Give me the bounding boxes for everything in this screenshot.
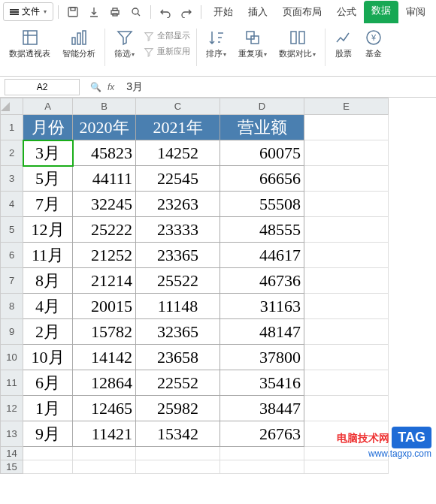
cell[interactable]: 45823 [73, 140, 136, 166]
sort-button[interactable]: 排序▾ [200, 29, 232, 59]
row-header[interactable]: 5 [1, 217, 23, 243]
cell[interactable]: 25982 [136, 396, 220, 421]
cell[interactable]: 46736 [220, 268, 304, 294]
cell[interactable]: 20015 [73, 294, 136, 319]
cell[interactable] [304, 345, 389, 370]
cell[interactable]: 7月 [23, 192, 73, 217]
col-header-D[interactable]: D [220, 98, 304, 115]
cell[interactable]: 11148 [136, 294, 220, 319]
cell[interactable]: 11月 [23, 243, 73, 268]
tab-insert[interactable]: 插入 [241, 1, 275, 23]
tab-data[interactable]: 数据 [364, 1, 398, 23]
fx-label[interactable]: fx [107, 82, 114, 92]
col-header-A[interactable]: A [23, 98, 73, 115]
col-header-C[interactable]: C [136, 98, 220, 115]
spreadsheet[interactable]: A B C D E 1 月份 2020年 2021年 营业额 2 3月 4582… [0, 98, 389, 474]
row-header[interactable]: 10 [1, 345, 23, 370]
filter-button[interactable]: 筛选▾ [108, 29, 141, 59]
row-header[interactable]: 6 [1, 243, 23, 268]
cell[interactable]: 44617 [220, 243, 304, 268]
pivot-button[interactable]: 数据透视表 [3, 29, 56, 59]
cell[interactable]: 6月 [23, 370, 73, 396]
cell[interactable]: 22552 [136, 370, 220, 396]
cell[interactable] [304, 243, 389, 268]
cell[interactable]: 4月 [23, 294, 73, 319]
row-header[interactable]: 3 [1, 166, 23, 192]
fund-button[interactable]: ¥ 基金 [359, 29, 389, 59]
cell[interactable]: 15782 [73, 319, 136, 345]
cell[interactable]: 23365 [136, 243, 220, 268]
cell[interactable]: 31163 [220, 294, 304, 319]
col-header-B[interactable]: B [73, 98, 136, 115]
name-box[interactable]: A2 [5, 79, 80, 95]
cell[interactable]: 55508 [220, 192, 304, 217]
row-header[interactable]: 14 [1, 447, 23, 460]
undo-icon[interactable] [156, 2, 175, 22]
preview-icon[interactable] [126, 2, 146, 22]
cell[interactable] [304, 192, 389, 217]
stock-button[interactable]: 股票 [329, 29, 359, 59]
cell[interactable]: 12864 [73, 370, 136, 396]
row-header[interactable]: 1 [1, 115, 23, 140]
tab-review[interactable]: 审阅 [398, 1, 433, 23]
print-icon[interactable] [105, 2, 125, 22]
cell[interactable]: 23658 [136, 345, 220, 370]
file-menu-button[interactable]: 文件 ▾ [3, 2, 53, 21]
cell[interactable] [304, 370, 389, 396]
cell[interactable] [304, 268, 389, 294]
cell[interactable]: 23263 [136, 192, 220, 217]
cell[interactable]: 32245 [73, 192, 136, 217]
reapply-button[interactable]: 重新应用 [141, 44, 193, 59]
cell[interactable] [304, 396, 389, 421]
cell[interactable]: 9月 [23, 421, 73, 447]
save-icon[interactable] [63, 2, 83, 22]
cell[interactable]: 12月 [23, 217, 73, 243]
cell[interactable]: 月份 [23, 115, 73, 140]
cell[interactable]: 21214 [73, 268, 136, 294]
compare-button[interactable]: 数据对比▾ [273, 29, 322, 59]
row-header[interactable]: 4 [1, 192, 23, 217]
row-header[interactable]: 7 [1, 268, 23, 294]
cell[interactable]: 2月 [23, 319, 73, 345]
cell[interactable] [304, 421, 389, 447]
tab-formula[interactable]: 公式 [329, 1, 364, 23]
cell[interactable]: 66656 [220, 166, 304, 192]
cell[interactable]: 60075 [220, 140, 304, 166]
row-header[interactable]: 9 [1, 319, 23, 345]
redo-icon[interactable] [177, 2, 196, 22]
cell[interactable]: 12465 [73, 396, 136, 421]
row-header[interactable]: 11 [1, 370, 23, 396]
cell[interactable]: 48555 [220, 217, 304, 243]
show-all-button[interactable]: 全部显示 [141, 29, 193, 43]
cell[interactable]: 32365 [136, 319, 220, 345]
cell[interactable]: 10月 [23, 345, 73, 370]
cell[interactable]: 1月 [23, 396, 73, 421]
cell[interactable]: 38447 [220, 396, 304, 421]
export-icon[interactable] [84, 2, 104, 22]
cell[interactable]: 2021年 [136, 115, 220, 140]
cell[interactable] [304, 140, 389, 166]
cell[interactable]: 21252 [73, 243, 136, 268]
tab-layout[interactable]: 页面布局 [275, 1, 329, 23]
cell[interactable]: 37800 [220, 345, 304, 370]
cell[interactable]: 5月 [23, 166, 73, 192]
cell[interactable]: 22545 [136, 166, 220, 192]
cell[interactable] [304, 115, 389, 140]
cell[interactable]: 25222 [73, 217, 136, 243]
cell[interactable]: 营业额 [220, 115, 304, 140]
cell[interactable]: 48147 [220, 319, 304, 345]
cell[interactable]: 14252 [136, 140, 220, 166]
smart-button[interactable]: 智能分析 [56, 29, 101, 59]
row-header[interactable]: 13 [1, 421, 23, 447]
cell[interactable]: 8月 [23, 268, 73, 294]
row-header[interactable]: 15 [1, 460, 23, 474]
row-header[interactable]: 12 [1, 396, 23, 421]
cell[interactable]: 14142 [73, 345, 136, 370]
row-header[interactable]: 2 [1, 140, 23, 166]
cell[interactable] [304, 294, 389, 319]
zoom-icon[interactable]: 🔍 [90, 82, 101, 92]
cell[interactable]: 15342 [136, 421, 220, 447]
cell[interactable]: 26763 [220, 421, 304, 447]
cell[interactable]: 23333 [136, 217, 220, 243]
cell[interactable] [304, 166, 389, 192]
